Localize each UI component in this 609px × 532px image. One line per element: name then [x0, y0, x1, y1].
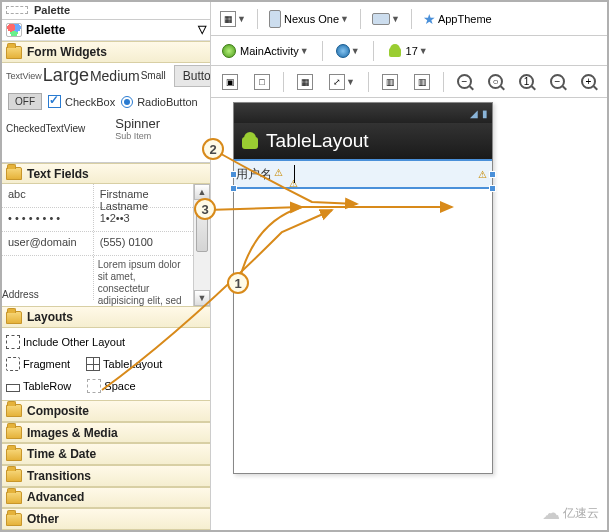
- textfield-password-numeric[interactable]: 1•2••3: [94, 208, 193, 231]
- separator: [373, 41, 374, 61]
- category-time-date[interactable]: Time & Date: [2, 443, 210, 465]
- device-selector[interactable]: Nexus One ▼: [264, 8, 354, 30]
- textfield-row[interactable]: Address Lorem ipsum dolor sit amet, cons…: [2, 256, 193, 310]
- scroll-thumb[interactable]: [196, 202, 208, 252]
- scroll-up-icon[interactable]: ▲: [194, 184, 210, 200]
- chevron-down-icon[interactable]: ▽: [198, 23, 206, 36]
- warning-icon: ⚠: [274, 167, 284, 177]
- toggle-outline[interactable]: ▣: [217, 71, 243, 93]
- layout-table[interactable]: TableLayout: [86, 357, 162, 371]
- folder-icon: [6, 404, 22, 417]
- include-icon: [6, 335, 20, 349]
- category-other[interactable]: Other: [2, 508, 210, 530]
- widget-checkbox[interactable]: CheckBox: [48, 95, 115, 108]
- widget-radio[interactable]: RadioButton: [121, 96, 198, 108]
- api-selector[interactable]: 17 ▼: [382, 40, 433, 62]
- category-label: Text Fields: [27, 167, 89, 181]
- textfield-row[interactable]: user@domain (555) 0100: [2, 232, 193, 256]
- category-label: Layouts: [27, 310, 73, 324]
- widget-spinner[interactable]: Spinner Sub Item: [115, 116, 160, 141]
- category-transitions[interactable]: Transitions: [2, 465, 210, 487]
- textfield-row[interactable]: abc Firstname Lastname: [2, 184, 193, 208]
- layout-label: TableRow: [23, 380, 71, 392]
- text-fields-scrollbar[interactable]: ▲ ▼: [193, 184, 210, 306]
- textfield-phone[interactable]: (555) 0100: [94, 232, 193, 255]
- toggle-grid[interactable]: ▦: [292, 71, 318, 93]
- chevron-down-icon: ▼: [300, 46, 309, 56]
- align-left[interactable]: ▥: [377, 71, 403, 93]
- textfield-address[interactable]: Address: [2, 256, 94, 300]
- zoom-fit[interactable]: 1: [514, 71, 539, 93]
- layout-fragment[interactable]: Fragment: [6, 357, 70, 371]
- zoom-out[interactable]: −: [452, 71, 477, 93]
- resize-handle[interactable]: [489, 171, 496, 178]
- activity-selector[interactable]: MainActivity ▼: [217, 40, 314, 62]
- textfield-plain[interactable]: abc: [2, 184, 94, 207]
- widget-button[interactable]: Button: [174, 65, 211, 87]
- category-images-media[interactable]: Images & Media: [2, 422, 210, 444]
- warning-icon: ⚠: [478, 169, 488, 179]
- zoom-reset[interactable]: ○: [483, 71, 508, 93]
- folder-icon: [6, 448, 22, 461]
- palette-panel: Palette Palette ▽ Form Widgets TextView …: [2, 2, 211, 530]
- theme-selector[interactable]: ★ AppTheme: [418, 8, 497, 30]
- separator: [322, 41, 323, 61]
- textview-label[interactable]: TextView: [6, 71, 42, 81]
- widget-checked-textview[interactable]: CheckedTextView: [6, 123, 85, 134]
- textfield-password[interactable]: • • • • • • • •: [2, 208, 94, 231]
- chevron-down-icon: ▼: [419, 46, 428, 56]
- locale-selector[interactable]: ▼: [331, 40, 365, 62]
- orientation-selector[interactable]: ▼: [367, 8, 405, 30]
- viewport-icon: □: [254, 74, 270, 90]
- textview-small[interactable]: Small: [141, 70, 166, 81]
- expand-icon: ⤢: [329, 74, 345, 90]
- android-icon: [387, 43, 403, 59]
- zoom-out-2[interactable]: −: [545, 71, 570, 93]
- category-text-fields[interactable]: Text Fields: [2, 163, 210, 185]
- layout-tablerow[interactable]: TableRow: [6, 380, 71, 392]
- textview-medium[interactable]: Medium: [90, 68, 140, 84]
- align-right[interactable]: ▥: [409, 71, 435, 93]
- design-surface[interactable]: ◢ ▮ TableLayout 用户名 ⚠ ⚠ ⚠: [211, 98, 607, 530]
- landscape-icon: [372, 13, 390, 25]
- widget-toggle-off[interactable]: OFF: [8, 93, 42, 110]
- category-form-widgets[interactable]: Form Widgets: [2, 41, 210, 63]
- text-cursor: [294, 165, 295, 183]
- layout-include[interactable]: Include Other Layout: [6, 335, 125, 349]
- textfield-row[interactable]: • • • • • • • • 1•2••3: [2, 208, 193, 232]
- resize-handle[interactable]: [489, 185, 496, 192]
- category-label: Advanced: [27, 490, 84, 504]
- category-advanced[interactable]: Advanced: [2, 487, 210, 509]
- layout-space[interactable]: Space: [87, 379, 135, 393]
- zoom-in[interactable]: +: [576, 71, 601, 93]
- separator: [368, 72, 369, 92]
- selected-tablerow[interactable]: 用户名 ⚠ ⚠ ⚠: [234, 159, 492, 189]
- folder-icon: [6, 469, 22, 482]
- textview-large[interactable]: Large: [43, 65, 89, 86]
- category-label: Images & Media: [27, 426, 118, 440]
- category-composite[interactable]: Composite: [2, 400, 210, 422]
- scroll-down-icon[interactable]: ▼: [194, 290, 210, 306]
- fragment-icon: [6, 357, 20, 371]
- table-icon: [86, 357, 100, 371]
- toggle-viewport[interactable]: □: [249, 71, 275, 93]
- separator: [360, 9, 361, 29]
- folder-icon: [6, 311, 22, 324]
- separator: [257, 9, 258, 29]
- spinner-label: Spinner: [115, 116, 160, 131]
- textfield-multiline[interactable]: Lorem ipsum dolor sit amet, consectetur …: [94, 256, 193, 310]
- separator: [283, 72, 284, 92]
- resize-handle[interactable]: [230, 185, 237, 192]
- config-chooser[interactable]: ▦▼: [215, 8, 251, 30]
- textfield-email[interactable]: user@domain: [2, 232, 94, 255]
- design-panel: ▦▼ Nexus One ▼ ▼ ★ AppTheme MainActivity…: [211, 2, 607, 530]
- space-icon: [87, 379, 101, 393]
- spinner-subitem: Sub Item: [115, 131, 160, 141]
- api-level: 17: [406, 45, 418, 57]
- expand-button[interactable]: ⤢▼: [324, 71, 360, 93]
- folder-icon: [6, 491, 22, 504]
- palette-header[interactable]: Palette ▽: [2, 20, 210, 42]
- status-bar: ◢ ▮: [234, 103, 492, 123]
- resize-handle[interactable]: [230, 171, 237, 178]
- textfield-name[interactable]: Firstname Lastname: [94, 184, 193, 207]
